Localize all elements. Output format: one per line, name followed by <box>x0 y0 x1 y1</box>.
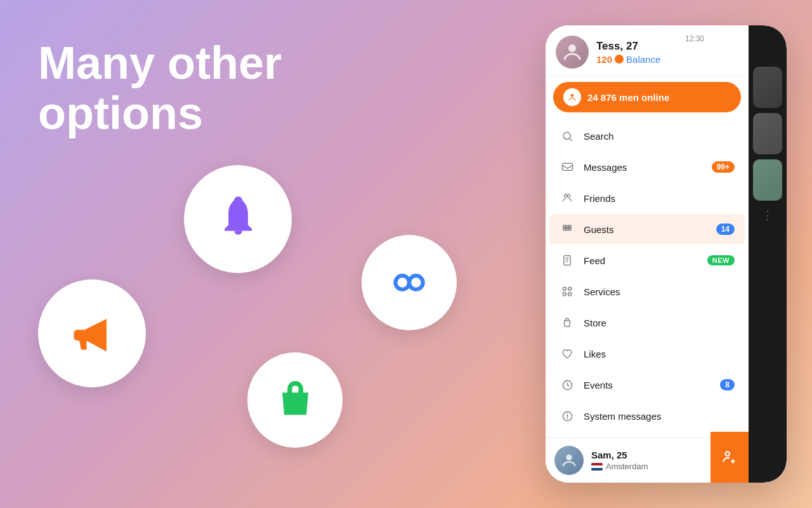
svg-point-6 <box>567 194 570 197</box>
bottom-user-card[interactable]: Sam, 25 Amsterdam <box>546 438 710 483</box>
bottom-user-avatar <box>554 446 584 475</box>
online-banner-icon <box>563 88 581 106</box>
menu-label-guests: Guests <box>584 224 716 235</box>
svg-point-17 <box>726 451 730 456</box>
add-people-icon <box>721 449 738 465</box>
feed-icon <box>560 253 575 268</box>
balance-amount: 120 <box>596 54 612 65</box>
svg-point-3 <box>563 132 570 139</box>
user-balance: 120 Balance <box>596 54 738 65</box>
menu-label-services: Services <box>584 286 735 297</box>
messages-badge: 99+ <box>712 161 735 173</box>
megaphone-circle <box>38 279 146 387</box>
bottom-user-name: Sam, 25 <box>591 450 648 460</box>
svg-point-8 <box>563 287 566 290</box>
bag-circle <box>247 352 343 448</box>
store-icon <box>560 315 575 330</box>
svg-point-2 <box>571 94 574 97</box>
events-badge: 8 <box>720 379 735 391</box>
menu-label-friends: Friends <box>584 193 735 204</box>
bell-circle <box>184 165 292 273</box>
guests-icon <box>560 222 575 237</box>
menu-label-events: Events <box>584 380 720 391</box>
search-icon <box>560 128 575 144</box>
guests-badge: 14 <box>716 224 735 235</box>
menu-item-system-messages[interactable]: System messages <box>549 401 745 431</box>
phone-mockup: Tess, 27 120 Balance 12:30 24 876 men on… <box>546 25 787 483</box>
infinity-circle <box>362 235 457 330</box>
infinity-icon <box>381 267 438 298</box>
menu-label-system-messages: System messages <box>584 411 735 422</box>
svg-point-16 <box>566 455 572 460</box>
bottom-user-info: Sam, 25 Amsterdam <box>591 450 648 471</box>
bell-icon <box>214 194 262 244</box>
bottom-user-location: Amsterdam <box>591 462 648 471</box>
coin-icon <box>615 55 624 64</box>
more-dots: ⋮ <box>756 208 779 222</box>
phone-time: 12:30 <box>685 34 704 43</box>
menu-item-events[interactable]: Events 8 <box>549 370 745 400</box>
menu-label-likes: Likes <box>584 349 735 359</box>
hero-title: Many other options <box>38 38 282 138</box>
menu-item-feed[interactable]: Feed NEW <box>549 245 745 276</box>
svg-point-0 <box>234 197 242 203</box>
svg-point-1 <box>568 44 576 52</box>
chat-preview-panel: ⋮ <box>749 25 787 483</box>
online-banner-text: 24 876 men online <box>587 92 669 103</box>
menu-label-messages: Messages <box>584 162 712 173</box>
system-messages-icon <box>560 408 575 424</box>
user-name: Tess, 27 <box>596 40 738 53</box>
online-banner[interactable]: 24 876 men online <box>553 82 741 112</box>
menu-item-messages[interactable]: Messages 99+ <box>549 152 745 182</box>
menu-label-search: Search <box>584 131 735 142</box>
menu-item-guests[interactable]: Guests 14 <box>549 214 745 244</box>
chat-thumb-1 <box>753 67 782 108</box>
friends-icon <box>560 190 575 206</box>
feed-badge: NEW <box>707 255 735 265</box>
menu-label-feed: Feed <box>584 255 707 266</box>
messages-icon <box>560 159 575 175</box>
svg-rect-4 <box>562 163 572 170</box>
svg-point-10 <box>563 293 566 296</box>
balance-label: Balance <box>626 54 660 65</box>
phone-header: Tess, 27 120 Balance 12:30 <box>546 25 749 77</box>
flag-netherlands <box>591 463 603 471</box>
svg-point-9 <box>568 287 572 290</box>
menu-item-likes[interactable]: Likes <box>549 338 745 369</box>
menu-item-store[interactable]: Store <box>549 307 745 338</box>
menu-item-friends[interactable]: Friends <box>549 183 745 213</box>
bag-icon <box>275 378 316 422</box>
menu-item-services[interactable]: Services <box>549 276 745 307</box>
services-icon <box>560 284 575 299</box>
chat-thumb-3 <box>753 159 782 201</box>
phone-menu: Tess, 27 120 Balance 12:30 24 876 men on… <box>546 25 749 483</box>
menu-label-store: Store <box>584 318 735 328</box>
menu-list: Search Messages 99+ <box>546 117 749 465</box>
bottom-action-button[interactable] <box>710 432 749 483</box>
events-icon <box>560 377 575 392</box>
user-info: Tess, 27 120 Balance <box>596 40 738 65</box>
megaphone-icon <box>67 311 117 356</box>
likes-icon <box>560 346 575 361</box>
user-avatar <box>556 36 589 69</box>
svg-point-14 <box>567 418 568 418</box>
svg-point-11 <box>568 293 572 296</box>
menu-item-search[interactable]: Search <box>549 121 745 151</box>
chat-thumb-2 <box>753 113 782 154</box>
